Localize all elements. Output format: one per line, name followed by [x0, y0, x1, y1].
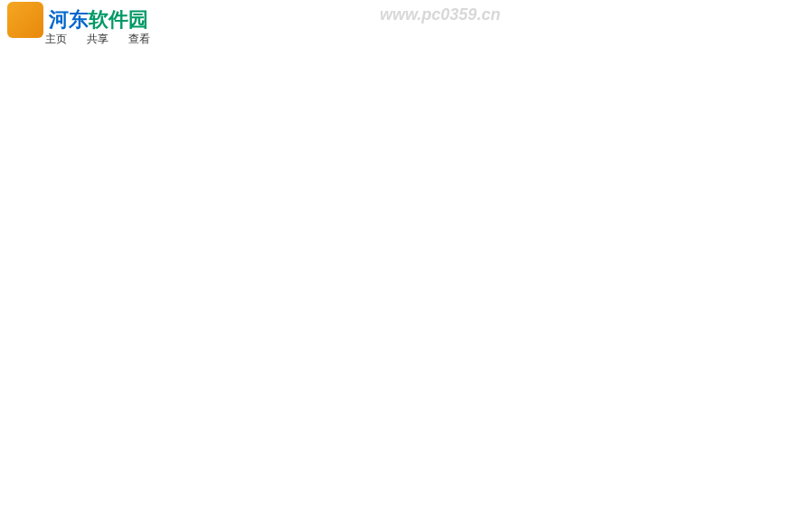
ribbon-tabs: 主页 共享 查看 — [43, 28, 152, 51]
tab-share[interactable]: 共享 — [85, 28, 110, 51]
logo-icon — [7, 2, 43, 38]
tab-view[interactable]: 查看 — [127, 28, 152, 51]
tab-home[interactable]: 主页 — [43, 28, 69, 51]
